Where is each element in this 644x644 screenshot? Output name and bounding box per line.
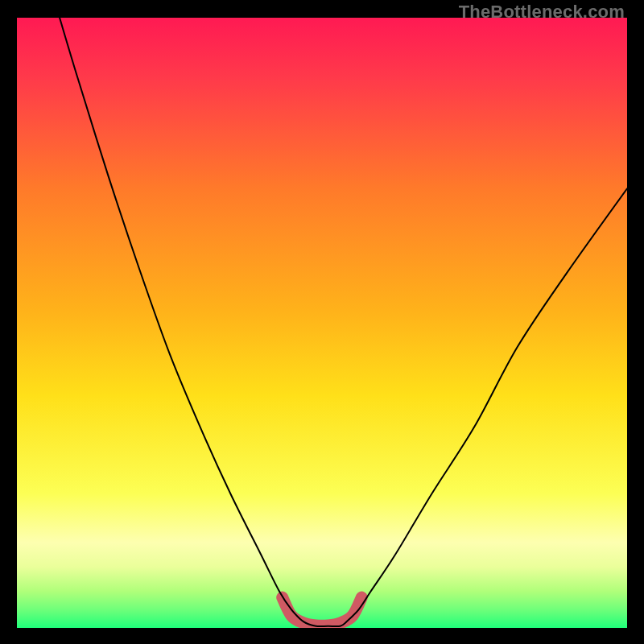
gradient-background (17, 18, 627, 628)
chart-frame: TheBottleneck.com (0, 0, 644, 644)
watermark-text: TheBottleneck.com (459, 2, 625, 23)
bottleneck-chart (17, 18, 627, 628)
